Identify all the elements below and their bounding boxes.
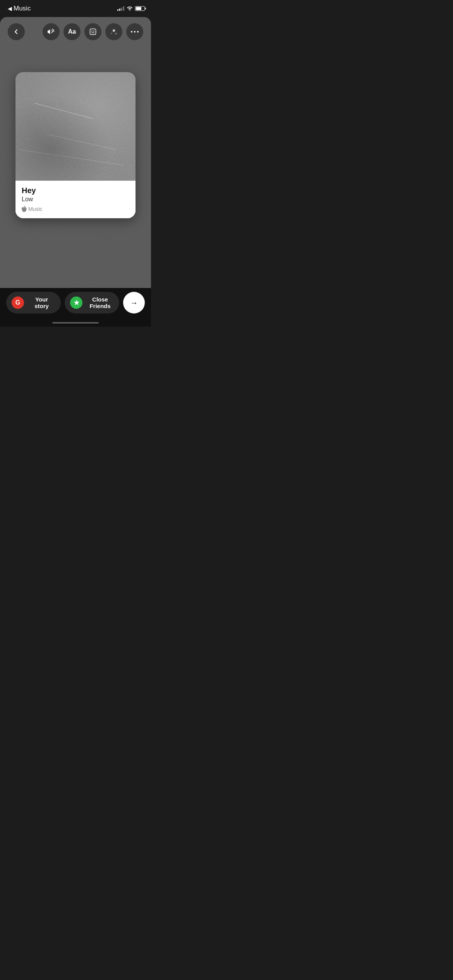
svg-line-7 [35, 103, 93, 119]
back-navigation[interactable]: ◀ Music [8, 5, 31, 12]
svg-line-8 [46, 134, 116, 150]
album-texture [15, 72, 136, 181]
song-title: Hey [22, 186, 129, 195]
svg-line-9 [19, 150, 124, 165]
bottom-bar: G Your story ★ Close Friends → [0, 288, 151, 327]
toolbar: Aa [0, 23, 151, 40]
back-button[interactable] [8, 23, 25, 40]
status-icons [117, 5, 145, 12]
svg-rect-0 [90, 29, 96, 35]
album-art [15, 72, 136, 181]
send-button[interactable]: → [123, 292, 145, 314]
battery-icon [135, 6, 145, 11]
svg-point-5 [137, 31, 139, 33]
text-icon: Aa [68, 28, 76, 35]
svg-point-2 [93, 31, 94, 32]
wifi-icon [127, 5, 133, 12]
home-indicator [52, 322, 99, 324]
apple-logo-icon [22, 206, 27, 212]
status-bar: ◀ Music [0, 0, 151, 17]
card-info: Hey Low Music [15, 181, 136, 218]
sticker-button[interactable] [84, 23, 101, 40]
close-friends-label: Close Friends [86, 296, 114, 309]
your-story-label: Your story [28, 296, 55, 309]
close-friends-avatar: ★ [70, 296, 82, 309]
svg-point-1 [91, 31, 93, 32]
svg-point-3 [131, 31, 132, 33]
main-content-area: Aa [0, 17, 151, 288]
close-friends-button[interactable]: ★ Close Friends [65, 292, 119, 314]
song-artist: Low [22, 196, 129, 203]
svg-point-4 [134, 31, 136, 33]
apple-music-badge: Music [22, 206, 129, 212]
svg-rect-6 [15, 72, 136, 181]
service-name: Music [28, 206, 43, 212]
your-story-avatar: G [12, 296, 24, 309]
more-button[interactable] [126, 23, 143, 40]
back-chevron-icon: ◀ [8, 5, 12, 12]
text-button[interactable]: Aa [63, 23, 81, 40]
music-card[interactable]: Hey Low Music [15, 72, 136, 218]
your-story-button[interactable]: G Your story [6, 292, 61, 314]
signal-icon [117, 6, 124, 11]
send-arrow-icon: → [130, 298, 138, 307]
back-label: Music [14, 5, 31, 12]
sound-button[interactable] [43, 23, 60, 40]
toolbar-right-buttons: Aa [43, 23, 143, 40]
effects-button[interactable] [105, 23, 122, 40]
